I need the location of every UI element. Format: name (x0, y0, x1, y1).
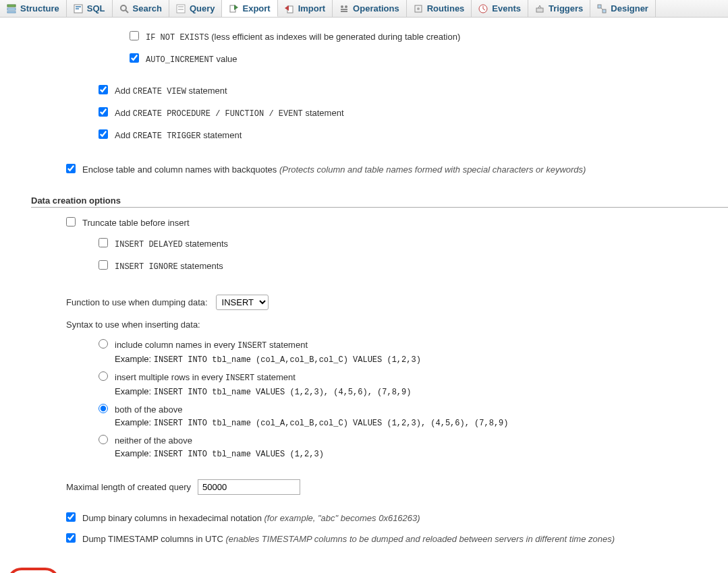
syntax-radio-input-3[interactable] (99, 435, 108, 444)
svg-rect-4 (76, 6, 81, 7)
dump-hex-checkbox[interactable] (66, 512, 76, 522)
go-highlight: Go (7, 568, 60, 573)
designer-icon (597, 4, 607, 13)
opt-insert-ignore: INSERT IGNORE statements (0, 260, 728, 273)
opt-truncate: Truncate table before insert (0, 217, 728, 229)
tab-label: Structure (20, 3, 59, 13)
svg-rect-9 (178, 6, 184, 7)
syntax-radio-1: insert multiple rows in every INSERT sta… (0, 371, 728, 398)
dump-function-select[interactable]: INSERT (216, 295, 269, 310)
svg-rect-1 (7, 8, 16, 10)
structure-icon (7, 4, 16, 13)
syntax-radio-example: Example: INSERT INTO tbl_name (col_A,col… (115, 353, 421, 366)
syntax-radio-example: Example: INSERT INTO tbl_name VALUES (1,… (115, 386, 411, 398)
opt-create-proc: Add CREATE PROCEDURE / FUNCTION / EVENT … (0, 107, 728, 120)
svg-rect-2 (7, 11, 16, 13)
tab-label: Events (492, 3, 521, 13)
syntax-radio-3: neither of the aboveExample: INSERT INTO… (0, 435, 728, 460)
syntax-label: Syntax to use when inserting data: (0, 320, 728, 330)
routines-icon (414, 4, 423, 13)
svg-rect-5 (76, 8, 79, 9)
tab-label: Import (298, 3, 325, 13)
create-view-checkbox[interactable] (99, 85, 108, 94)
svg-point-13 (341, 5, 343, 8)
svg-line-7 (125, 10, 128, 13)
if-not-exists-code: IF NOT EXISTS (146, 33, 209, 42)
tab-triggers[interactable]: Triggers (528, 0, 590, 17)
create-proc-checkbox[interactable] (99, 107, 108, 117)
tab-label: SQL (87, 3, 105, 13)
opt-if-not-exists: IF NOT EXISTS (less efficient as indexes… (0, 31, 728, 44)
backquotes-checkbox[interactable] (66, 164, 76, 173)
tab-operations[interactable]: Operations (333, 0, 407, 17)
dump-utc-checkbox[interactable] (66, 533, 76, 543)
syntax-radio-2: both of the aboveExample: INSERT INTO tb… (0, 404, 728, 429)
max-length-row: Maximal length of created query (0, 479, 728, 495)
tab-designer[interactable]: Designer (590, 0, 656, 17)
sql-icon (74, 4, 83, 13)
syntax-radio-input-2[interactable] (99, 404, 108, 413)
events-icon (478, 4, 488, 13)
opt-create-view: Add CREATE VIEW statement (0, 85, 728, 98)
top-tabs: StructureSQLSearchQueryExportImportOpera… (0, 0, 728, 18)
triggers-icon (535, 4, 544, 13)
query-icon (176, 4, 186, 13)
syntax-radio-label: include column names in every INSERT sta… (115, 340, 308, 350)
opt-dump-hex: Dump binary columns in hexadecimal notat… (0, 512, 728, 524)
opt-insert-delayed: INSERT DELAYED statements (0, 238, 728, 251)
if-not-exists-checkbox[interactable] (130, 31, 139, 40)
data-creation-header: Data creation options (31, 195, 728, 208)
tab-label: Search (133, 3, 162, 13)
svg-point-14 (345, 5, 347, 8)
svg-point-18 (417, 7, 420, 10)
auto-increment-desc: value (214, 54, 237, 64)
truncate-checkbox[interactable] (66, 217, 76, 227)
opt-create-trigger: Add CREATE TRIGGER statement (0, 129, 728, 142)
search-icon (119, 4, 129, 13)
tab-label: Routines (427, 3, 465, 13)
svg-rect-10 (178, 9, 184, 10)
tab-import[interactable]: Import (278, 0, 333, 17)
max-length-input[interactable] (198, 479, 300, 495)
operations-icon (339, 4, 349, 13)
tab-structure[interactable]: Structure (0, 0, 67, 17)
syntax-radio-example: Example: INSERT INTO tbl_name (col_A,col… (115, 417, 509, 429)
svg-rect-0 (7, 5, 16, 7)
tab-export[interactable]: Export (222, 0, 277, 17)
tab-label: Export (242, 3, 270, 13)
tab-query[interactable]: Query (169, 0, 223, 17)
svg-point-6 (121, 5, 126, 11)
import-icon (285, 4, 294, 13)
syntax-radio-label: neither of the above (115, 435, 192, 446)
tab-label: Triggers (549, 3, 583, 13)
svg-rect-23 (598, 5, 601, 8)
max-length-label: Maximal length of created query (66, 482, 191, 492)
create-trigger-checkbox[interactable] (99, 129, 108, 139)
svg-rect-22 (536, 8, 543, 12)
tab-routines[interactable]: Routines (407, 0, 472, 17)
tab-events[interactable]: Events (472, 0, 528, 17)
syntax-radio-0: include column names in every INSERT sta… (0, 339, 728, 366)
syntax-radio-input-0[interactable] (99, 339, 108, 349)
if-not-exists-desc: (less efficient as indexes will be gener… (209, 32, 461, 42)
opt-backquotes: Enclose table and column names with back… (0, 164, 728, 175)
insert-ignore-checkbox[interactable] (99, 260, 108, 270)
svg-line-25 (601, 8, 603, 9)
opt-dump-utc: Dump TIMESTAMP columns in UTC (enables T… (0, 533, 728, 545)
tab-label: Operations (353, 3, 399, 13)
auto-increment-checkbox[interactable] (130, 53, 139, 63)
dump-function-label: Function to use when dumping data: (66, 297, 208, 307)
svg-rect-24 (603, 9, 606, 13)
tab-label: Query (190, 3, 215, 13)
auto-increment-code: AUTO_INCREMENT (146, 55, 214, 65)
tab-search[interactable]: Search (113, 0, 169, 17)
opt-auto-increment: AUTO_INCREMENT value (0, 53, 728, 66)
syntax-radio-example: Example: INSERT INTO tbl_name VALUES (1,… (115, 448, 324, 460)
syntax-radio-input-1[interactable] (99, 371, 108, 381)
export-icon (229, 3, 238, 13)
dump-function-row: Function to use when dumping data: INSER… (0, 295, 728, 310)
tab-sql[interactable]: SQL (67, 0, 113, 17)
tab-label: Designer (611, 3, 648, 13)
insert-delayed-checkbox[interactable] (99, 238, 108, 247)
syntax-radio-label: both of the above (115, 404, 182, 415)
